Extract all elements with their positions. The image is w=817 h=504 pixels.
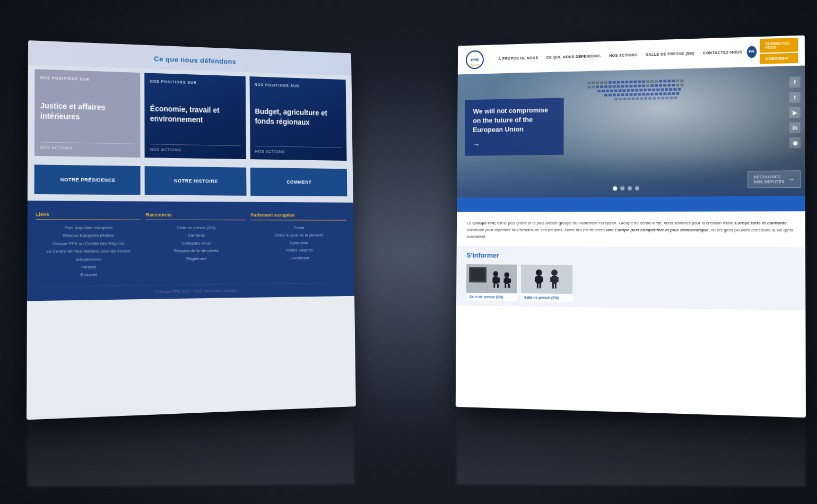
- left-footer: Liens Parti populaire européen Réseau Eu…: [27, 201, 354, 301]
- footer-link-1-4[interactable]: Règlement: [146, 255, 246, 263]
- nav-link-3[interactable]: SALLE DE PRESSE (EN): [641, 51, 699, 57]
- nav-link-0[interactable]: À PROPOS DE NOUS: [494, 56, 543, 60]
- sinformer-cards: Salle de presse (EN): [466, 264, 794, 305]
- linkedin-icon[interactable]: in: [789, 122, 801, 133]
- sinformer-card-1[interactable]: Salle de presse (EN): [521, 265, 572, 302]
- svg-text:PPE: PPE: [471, 57, 479, 62]
- blue-banner: [457, 196, 805, 212]
- right-card: PPE À PROPOS DE NOUS CE QUE NOUS DÉFENDO…: [456, 36, 806, 418]
- twitter-icon[interactable]: t: [789, 92, 801, 103]
- lang-button[interactable]: FR: [746, 46, 757, 58]
- nav-link-1[interactable]: CE QUE NOUS DÉFENDONS: [542, 54, 605, 59]
- svg-rect-10: [493, 284, 495, 288]
- footer-link-1-3[interactable]: Respect de la vie privée: [146, 247, 246, 255]
- svg-rect-15: [509, 279, 511, 283]
- svg-rect-27: [550, 277, 553, 282]
- svg-rect-18: [521, 265, 572, 294]
- deputies-arrow-icon: →: [788, 175, 795, 183]
- svg-rect-14: [503, 279, 506, 283]
- footer-link-2-1[interactable]: Ordre du jour de la plénière: [251, 232, 346, 239]
- footer-link-0-5[interactable]: Extranet: [36, 271, 141, 280]
- footer-cols: Liens Parti populaire européen Réseau Eu…: [36, 212, 346, 280]
- footer-col-title-1: Raccourcis: [146, 212, 246, 220]
- nav-actions: FR CONNECTEZ-VOUS S'ABONNER: [746, 38, 798, 64]
- position-action-2: NOS ACTIONS: [255, 146, 342, 154]
- footer-link-0-3[interactable]: Le Centre Wilfried Martens pour les étud…: [36, 248, 141, 264]
- svg-rect-22: [541, 277, 543, 282]
- svg-rect-17: [508, 284, 510, 288]
- svg-rect-23: [537, 284, 538, 289]
- svg-point-6: [493, 272, 498, 277]
- actions-row: NOTRE PRÉSIDENCE NOTRE HISTOIRE COMMENT: [28, 160, 353, 203]
- footer-col-0: Liens Parti populaire européen Réseau Eu…: [36, 212, 141, 280]
- carousel-dot-1[interactable]: [620, 186, 624, 190]
- nav-link-4[interactable]: CONTACTEZ-NOUS: [699, 50, 746, 55]
- footer-link-1-1[interactable]: Carrières: [146, 232, 246, 240]
- action-btn-1[interactable]: NOTRE HISTOIRE: [145, 166, 246, 196]
- about-section: Le Groupe PPE est le plus grand et le pl…: [457, 211, 805, 247]
- sinformer-img-1: [521, 265, 572, 294]
- svg-rect-30: [555, 284, 557, 289]
- sinformer-label-0: Salle de presse (EN): [466, 293, 517, 301]
- right-card-reflection: [457, 410, 806, 486]
- ppe-logo[interactable]: PPE: [465, 49, 484, 69]
- facebook-icon[interactable]: f: [789, 76, 801, 88]
- svg-rect-28: [556, 277, 559, 282]
- carousel-dot-2[interactable]: [628, 186, 632, 190]
- nav-links: À PROPOS DE NOUS CE QUE NOUS DÉFENDONS N…: [494, 50, 747, 60]
- sinformer-img-0: [466, 264, 517, 293]
- carousel-dots: [613, 186, 639, 190]
- svg-point-12: [504, 273, 509, 278]
- svg-rect-24: [540, 284, 541, 289]
- sinformer-label-1: Salle de presse (EN): [521, 293, 572, 302]
- deputies-text: DÉCOUVREZ NOS DÉPUTÉS: [754, 174, 785, 184]
- position-action-0: NOS ACTIONS: [40, 142, 135, 151]
- sinformer-section: S'informer: [456, 246, 805, 310]
- action-btn-2[interactable]: COMMENT: [250, 168, 347, 196]
- position-title-2: Budget, agriculture et fonds régionaux: [255, 86, 342, 147]
- positions-grid: NOS POSITIONS SUR Justice et affaires in…: [28, 65, 353, 165]
- svg-point-19: [536, 270, 542, 276]
- footer-col-title-0: Liens: [36, 212, 141, 220]
- action-btn-0[interactable]: NOTRE PRÉSIDENCE: [34, 164, 141, 195]
- svg-rect-29: [552, 284, 554, 289]
- carousel-dot-3[interactable]: [635, 186, 639, 190]
- footer-link-0-1[interactable]: Réseau Européen d'Idées: [36, 232, 140, 240]
- left-card-reflection: [27, 410, 354, 487]
- svg-rect-5: [471, 268, 485, 281]
- position-card-1[interactable]: NOS POSITIONS SUR Économie, travail et e…: [145, 73, 246, 159]
- deputies-button[interactable]: DÉCOUVREZ NOS DÉPUTÉS →: [748, 170, 801, 188]
- scene: Ce que nous défendons NOS POSITIONS SUR …: [0, 0, 817, 504]
- svg-rect-8: [492, 277, 494, 283]
- connect-button[interactable]: CONNECTEZ-VOUS: [760, 38, 798, 53]
- instagram-icon[interactable]: ◉: [789, 137, 801, 149]
- svg-rect-16: [505, 284, 506, 288]
- footer-link-1-0[interactable]: Salle de presse (EN): [146, 224, 246, 232]
- hero-section: We will not compromise on the future of …: [457, 66, 805, 198]
- svg-marker-2: [474, 51, 476, 54]
- footer-col-title-2: Parlement européen: [250, 212, 346, 220]
- svg-rect-11: [497, 284, 499, 288]
- footer-link-1-2[interactable]: Contactez-nous: [146, 240, 246, 248]
- position-card-0[interactable]: NOS POSITIONS SUR Justice et affaires in…: [34, 69, 141, 158]
- svg-rect-9: [498, 277, 500, 283]
- deputies-line2: NOS DÉPUTÉS: [754, 179, 785, 185]
- footer-link-2-4[interactable]: Livestream: [251, 254, 346, 262]
- youtube-icon[interactable]: ▶: [789, 107, 801, 118]
- social-bar: f t ▶ in ◉: [789, 76, 801, 148]
- nav-link-2[interactable]: NOS ACTIONS: [605, 53, 641, 58]
- footer-link-0-2[interactable]: Groupe PPE au Comité des Régions: [36, 240, 140, 248]
- left-card: Ce que nous défendons NOS POSITIONS SUR …: [27, 40, 356, 420]
- carousel-dot-0[interactable]: [613, 186, 617, 190]
- svg-point-25: [551, 270, 558, 276]
- hero-arrow[interactable]: →: [473, 139, 555, 149]
- footer-link-2-0[interactable]: Portal: [251, 224, 346, 232]
- footer-link-2-2[interactable]: Calendrier: [251, 239, 346, 247]
- hero-text-box: We will not compromise on the future of …: [465, 98, 564, 155]
- footer-link-0-0[interactable]: Parti populaire européen: [36, 224, 140, 232]
- position-card-2[interactable]: NOS POSITIONS SUR Budget, agriculture et…: [249, 76, 346, 161]
- position-title-0: Justice et affaires intérieures: [40, 80, 135, 144]
- footer-link-2-3[interactable]: Textes adoptés: [251, 247, 346, 255]
- subscribe-button[interactable]: S'ABONNER: [760, 53, 798, 64]
- sinformer-card-0[interactable]: Salle de presse (EN): [466, 264, 517, 301]
